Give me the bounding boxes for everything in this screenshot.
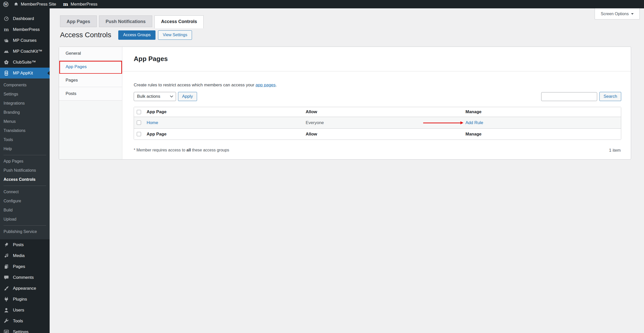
- dashboard-gauge-icon: [3, 16, 10, 22]
- submenu-item-connect[interactable]: Connect: [0, 187, 50, 197]
- sidebar-item-settings[interactable]: Settings: [0, 326, 50, 333]
- comment-bubble-icon: [3, 275, 10, 280]
- sidebar-item-label: Users: [13, 308, 24, 313]
- sidebar-item-plugins[interactable]: Plugins: [0, 294, 50, 305]
- submenu-item-access-controls[interactable]: Access Controls: [0, 175, 50, 184]
- flower-icon: [3, 60, 10, 65]
- search-input[interactable]: [541, 92, 597, 101]
- add-rule-link[interactable]: Add Rule: [465, 120, 483, 125]
- select-all-checkbox[interactable]: [137, 132, 141, 136]
- brush-icon: [3, 286, 10, 291]
- access-controls-card: General App Pages Pages Posts App Pages …: [59, 47, 631, 160]
- panel-item-posts[interactable]: Posts: [59, 87, 122, 101]
- mountains-icon: [3, 49, 10, 54]
- table-footer-row: App Page Allow Manage: [134, 129, 621, 140]
- submenu-item-help[interactable]: Help: [0, 144, 50, 153]
- submenu-item-upload[interactable]: Upload: [0, 215, 50, 224]
- access-groups-footnote: * Member requires access to all these ac…: [134, 148, 229, 152]
- sidebar-item-label: MP CoachKit™: [13, 49, 42, 54]
- person-icon: [3, 307, 10, 313]
- media-icon: [3, 253, 10, 259]
- submenu-item-tools[interactable]: Tools: [0, 135, 50, 144]
- sidebar-item-label: MP AppKit: [13, 71, 33, 76]
- tab-access-controls[interactable]: Access Controls: [154, 15, 204, 28]
- submenu-item-publishing-service[interactable]: Publishing Service: [0, 227, 50, 236]
- panel-item-pages[interactable]: Pages: [59, 74, 122, 87]
- home-page-link[interactable]: Home: [147, 120, 158, 125]
- submenu-item-components[interactable]: Components: [0, 81, 50, 90]
- view-settings-button[interactable]: View Settings: [158, 30, 192, 40]
- page-header: Access Controls Access Groups View Setti…: [60, 30, 192, 40]
- sidebar-item-mp-courses[interactable]: MP Courses: [0, 35, 50, 46]
- apply-button[interactable]: Apply: [178, 92, 197, 101]
- submenu-item-menus[interactable]: Menus: [0, 117, 50, 126]
- screen-options-label: Screen Options: [601, 12, 629, 16]
- sidebar-item-posts[interactable]: Posts: [0, 239, 50, 250]
- sidebar-item-label: ClubSuite™: [13, 60, 36, 65]
- access-groups-button[interactable]: Access Groups: [118, 30, 155, 40]
- sidebar-item-memberpress[interactable]: m MemberPress: [0, 24, 50, 35]
- panel-item-app-pages[interactable]: App Pages: [59, 60, 122, 74]
- pages-icon: [3, 264, 10, 269]
- table-header-row: App Page Allow Manage: [134, 107, 621, 117]
- admin-bar-site-link[interactable]: MemberPress Site: [14, 2, 56, 7]
- submenu-item-push-notifications[interactable]: Push Notifications: [0, 166, 50, 175]
- bulk-actions-select[interactable]: Bulk actions: [134, 92, 176, 101]
- sidebar-item-label: MP Courses: [13, 38, 36, 43]
- plugin-name: MemberPress: [71, 2, 97, 7]
- select-all-checkbox[interactable]: [137, 110, 141, 114]
- section-heading: App Pages: [134, 55, 168, 63]
- app-pages-section: App Pages Create rules to restrict acces…: [122, 47, 631, 159]
- sidebar-item-mp-appkit[interactable]: m MP AppKit: [0, 68, 50, 79]
- screen-options-button[interactable]: Screen Options: [595, 8, 640, 19]
- home-icon: [14, 2, 18, 7]
- sidebar-item-pages[interactable]: Pages: [0, 261, 50, 272]
- chevron-down-icon: [631, 13, 634, 15]
- search-button[interactable]: Search: [599, 92, 621, 101]
- sidebar-item-dashboard[interactable]: Dashboard: [0, 13, 50, 24]
- sidebar-item-tools[interactable]: Tools: [0, 316, 50, 326]
- panel-item-general[interactable]: General: [59, 47, 122, 60]
- tab-app-pages[interactable]: App Pages: [60, 15, 97, 27]
- plug-icon: [3, 297, 10, 302]
- pushpin-icon: [3, 242, 10, 248]
- submenu-item-translations[interactable]: Translations: [0, 126, 50, 135]
- sidebar-item-media[interactable]: Media: [0, 250, 50, 261]
- wordpress-logo-icon[interactable]: W: [3, 2, 9, 7]
- sidebar-item-label: Tools: [13, 319, 23, 324]
- submenu-item-app-pages[interactable]: App Pages: [0, 157, 50, 166]
- sliders-icon: [3, 329, 10, 333]
- submenu-item-integrations[interactable]: Integrations: [0, 99, 50, 108]
- wrench-icon: [3, 318, 10, 324]
- submenu-item-configure[interactable]: Configure: [0, 197, 50, 206]
- svg-text:m: m: [4, 27, 9, 32]
- admin-sidebar: Dashboard m MemberPress MP Courses MP Co…: [0, 8, 50, 333]
- admin-bar: W MemberPress Site m MemberPress: [0, 0, 644, 8]
- table-controls-row: Bulk actions Apply Search: [134, 92, 621, 101]
- sidebar-item-label: Comments: [13, 275, 34, 280]
- admin-bar-memberpress-link[interactable]: m MemberPress: [63, 2, 97, 7]
- tab-push-notifications[interactable]: Push Notifications: [99, 15, 152, 27]
- description-text: Create rules to restrict access which me…: [134, 83, 256, 87]
- nav-tabs: App Pages Push Notifications Access Cont…: [60, 15, 204, 28]
- sidebar-item-users[interactable]: Users: [0, 305, 50, 316]
- sidebar-item-appearance[interactable]: Appearance: [0, 283, 50, 294]
- memberpress-m-icon: m: [3, 27, 10, 32]
- app-pages-link[interactable]: app pages: [256, 83, 276, 87]
- table-row-home: Home Everyone Add Rule: [134, 117, 621, 129]
- column-header-allow: Allow: [306, 109, 465, 114]
- submenu-item-settings[interactable]: Settings: [0, 90, 50, 99]
- description-text: .: [276, 83, 277, 87]
- sidebar-item-mp-coachkit[interactable]: MP CoachKit™: [0, 46, 50, 57]
- submenu-item-branding[interactable]: Branding: [0, 108, 50, 117]
- row-checkbox[interactable]: [137, 121, 141, 125]
- column-header-manage: Manage: [465, 109, 621, 114]
- courses-icon: [3, 38, 10, 43]
- sidebar-item-clubsuite[interactable]: ClubSuite™: [0, 57, 50, 68]
- sidebar-item-label: Settings: [13, 329, 28, 333]
- submenu-item-build[interactable]: Build: [0, 206, 50, 215]
- column-footer-manage: Manage: [465, 132, 621, 137]
- sidebar-item-label: MemberPress: [13, 27, 40, 32]
- phone-icon: m: [3, 70, 10, 76]
- sidebar-item-comments[interactable]: Comments: [0, 272, 50, 283]
